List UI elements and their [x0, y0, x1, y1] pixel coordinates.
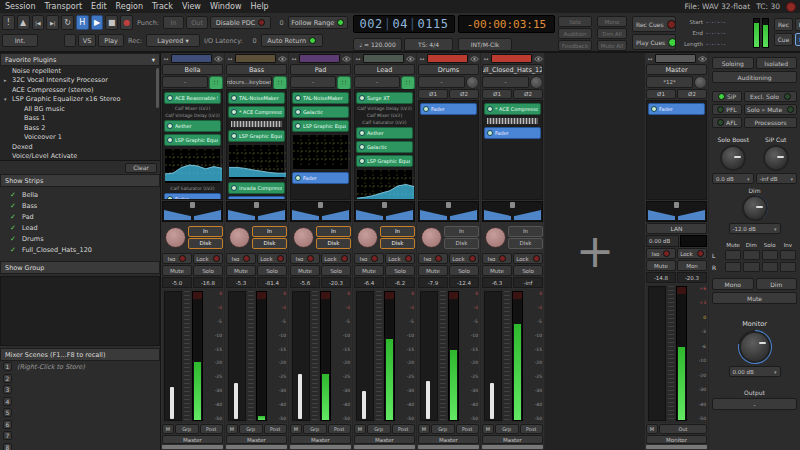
edit-page-button[interactable]: Edit [795, 18, 800, 31]
processor-box[interactable]: * ACE CompressorFader [482, 100, 543, 200]
comment-button[interactable] [354, 445, 415, 449]
processor-active-led[interactable] [167, 123, 173, 129]
trim-knob[interactable] [530, 76, 543, 89]
processor-active-led[interactable] [651, 106, 657, 112]
eq-curve-graph[interactable] [292, 134, 349, 170]
solo-button[interactable]: Solo [321, 265, 351, 276]
empty-strip-area[interactable]: + [545, 53, 645, 450]
processor-lsp-graphic-equal[interactable]: LSP Graphic Equal [164, 134, 221, 146]
eq-curve-graph[interactable] [228, 144, 285, 180]
mixer-scene-6[interactable]: 6 [0, 419, 160, 431]
fader-lock-button[interactable]: Lock [513, 253, 543, 264]
record-arm-button[interactable] [421, 227, 442, 248]
processor-fader[interactable]: Fader [484, 127, 541, 139]
mixer-scene-3[interactable]: 3 [0, 384, 160, 396]
gain-entry[interactable]: -5.3 [226, 277, 256, 288]
instrument-midi-icon[interactable]: ∷ [273, 76, 287, 90]
monitor-disk-button[interactable]: Disk [444, 238, 479, 249]
instrument-midi-icon[interactable]: ∷ [337, 76, 351, 90]
master-out-button[interactable]: LAN [646, 223, 707, 234]
menu-help[interactable]: Help [250, 2, 268, 11]
processor-active-led[interactable] [231, 199, 237, 200]
metering-button[interactable]: M [162, 424, 174, 434]
hide-strip-eye-icon[interactable] [214, 56, 223, 62]
strip-width-icon[interactable]: ↔ [162, 55, 170, 62]
monitor-input-button[interactable]: In [508, 226, 543, 237]
monitor-processors-button[interactable]: Processors [744, 117, 797, 128]
meter-point-button[interactable]: Post [456, 424, 480, 434]
mute-button[interactable]: Mute [418, 265, 448, 276]
hide-strip-eye-icon[interactable] [534, 56, 543, 62]
stereo-panner[interactable] [354, 201, 415, 222]
sync-status-button[interactable]: INT/M-Clk [458, 38, 512, 51]
afl-button[interactable]: AFL [712, 117, 742, 128]
processor-aether[interactable]: Aether [164, 120, 221, 132]
time-signature-button[interactable]: TS: 4/4 [404, 38, 453, 51]
processor-box[interactable]: TAL-NoiseMakerGalacticLSP Graphic Equali… [290, 89, 351, 200]
fader-lock-button[interactable]: Lock [677, 248, 707, 259]
gain-fader[interactable] [648, 286, 666, 421]
processor-ace-compresso[interactable]: * ACE Compresso [228, 106, 285, 118]
matrix-r-dim-button[interactable] [743, 262, 759, 272]
stereo-panner[interactable] [162, 201, 223, 222]
group-list[interactable] [0, 276, 160, 346]
mixer-scene-7[interactable]: 7 [0, 430, 160, 442]
isolated-indicator[interactable]: Isolated [756, 57, 798, 69]
clear-button[interactable]: Clear [125, 163, 157, 173]
fader-meter-area[interactable]: +6+30-3-6-10-20-30-40-50 [646, 284, 707, 423]
menu-edit[interactable]: Edit [91, 2, 107, 11]
processor-active-led[interactable] [231, 133, 237, 139]
favorite-plugin-item[interactable]: All BG music [0, 104, 160, 114]
fader-meter-area[interactable]: 0-3-5-10-15-20-25-30-40-50 [482, 289, 543, 423]
menu-region[interactable]: Region [116, 2, 143, 11]
processor-box[interactable]: TAL-NoiseMaker* ACE CompressoLSP Graphic… [226, 89, 287, 200]
processor-fader[interactable]: Fader [292, 172, 349, 184]
eq-curve-graph[interactable] [356, 169, 413, 200]
menu-transport[interactable]: Transport [45, 2, 83, 11]
play-button[interactable]: ▶ [91, 15, 104, 30]
fader-lock-button[interactable]: Lock [321, 253, 351, 264]
processor-tal-noisemaker[interactable]: TAL-NoiseMaker [292, 92, 349, 104]
scrollbar[interactable] [156, 68, 159, 108]
solo-button[interactable]: Solo [449, 265, 479, 276]
processor-lsp-graphic-equali[interactable]: LSP Graphic Equali [292, 120, 349, 132]
processor-active-led[interactable] [359, 95, 365, 101]
stereo-panner[interactable] [482, 201, 543, 222]
level-meter[interactable] [676, 286, 687, 421]
hide-strip-eye-icon[interactable] [698, 56, 707, 62]
metering-button[interactable]: M [226, 424, 238, 434]
level-meter[interactable] [320, 291, 331, 421]
track-color-bar[interactable] [363, 54, 404, 63]
fader-lock-button[interactable]: Lock [449, 253, 479, 264]
mixer-scene-4[interactable]: 4 [0, 396, 160, 408]
input-button[interactable]: - [354, 76, 400, 88]
level-meter[interactable] [256, 291, 267, 421]
input-button[interactable]: - [290, 76, 336, 88]
cue-page-button[interactable]: Cue [774, 33, 793, 46]
favorite-plugin-item[interactable]: Voiceover 1 [0, 133, 160, 143]
strip-width-icon[interactable]: ↔ [226, 55, 234, 62]
processor-surge-xt[interactable]: Surge XT [356, 92, 413, 104]
primary-clock-bbt[interactable]: 002|04|0115 [353, 15, 455, 33]
processor-active-led[interactable] [295, 95, 301, 101]
play-cues-button[interactable]: Play Cues [632, 34, 676, 50]
monitor-input-button[interactable]: In [444, 226, 479, 237]
mix-page-button[interactable]: Mix [795, 33, 800, 46]
phase-invert-2-button[interactable]: Ø2 [677, 89, 707, 99]
sip-cut-value[interactable]: -inf dB▾ [756, 173, 798, 184]
mute-button[interactable]: Mute [290, 265, 320, 276]
processor-calf-vintage-delay-lv2-inactive[interactable]: Calf Vintage Delay (LV2) [356, 106, 413, 112]
processor-active-led[interactable] [231, 185, 237, 191]
metering-button[interactable]: M [290, 424, 302, 434]
metering-button[interactable]: M [418, 424, 430, 434]
gain-fader[interactable] [356, 291, 374, 421]
processor-fader[interactable]: Fader [228, 196, 285, 200]
processor-active-led[interactable] [359, 158, 365, 164]
solo-mute-button[interactable]: Solo » Mute [744, 104, 797, 115]
track-color-bar[interactable] [299, 54, 340, 63]
track-name-button[interactable]: Pad [290, 64, 351, 75]
menu-window[interactable]: Window [210, 2, 242, 11]
tempo-button[interactable]: ♩ = 120.000 [353, 38, 402, 51]
matrix-r-mute-button[interactable] [725, 262, 741, 272]
varispeed-button[interactable]: VS [78, 34, 96, 47]
